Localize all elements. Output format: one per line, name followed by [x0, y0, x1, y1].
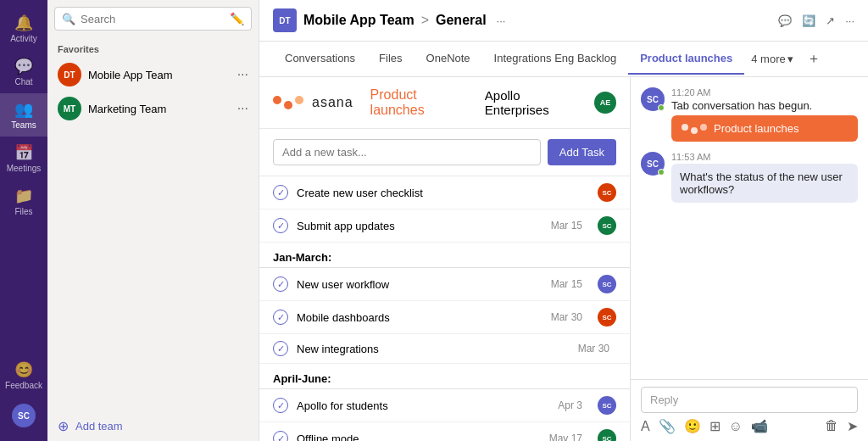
format-icon[interactable]: A [641, 419, 650, 434]
asana-panel: asana Product launches Apollo Enterprise… [259, 77, 631, 441]
team-more-icon[interactable]: ··· [237, 67, 248, 82]
sidebar-item-chat[interactable]: 💬 Chat [0, 50, 47, 93]
chat-bubble-2: 11:53 AM What's the status of the new us… [671, 152, 858, 203]
chat-panel: SC 11:20 AM Tab conversation has begun. [631, 77, 868, 441]
sidebar-item-label: Files [14, 207, 32, 216]
sidebar: 🔔 Activity 💬 Chat 👥 Teams 📅 Meetings 📁 F… [0, 0, 47, 441]
asana-dot-1 [273, 96, 281, 104]
add-task-input[interactable] [273, 139, 541, 165]
team-avatar-dt: DT [58, 63, 81, 87]
team-avatar-mt: MT [58, 97, 81, 120]
search-input[interactable] [81, 13, 225, 25]
sidebar-item-label: Teams [11, 120, 36, 130]
sidebar-item-activity[interactable]: 🔔 Activity [0, 7, 47, 50]
tab-conversations[interactable]: Conversations [273, 43, 367, 75]
sidebar-item-meetings[interactable]: 📅 Meetings [0, 137, 47, 180]
channel-avatar: DT [273, 8, 297, 32]
task-item-1[interactable]: ✓ Create new user checklist SC [259, 176, 630, 209]
header-separator: > [421, 13, 429, 28]
online-indicator-2 [658, 169, 665, 176]
task-check-2[interactable]: ✓ [273, 218, 288, 233]
add-task-button[interactable]: Add Task [548, 139, 616, 165]
task-item-3[interactable]: ✓ New user workflow Mar 15 SC [259, 268, 630, 301]
task-item-7[interactable]: ✓ Offline mode May 17 SC [259, 422, 630, 441]
user-avatar-sidebar[interactable]: SC [0, 397, 47, 434]
channel-more-icon[interactable]: ··· [497, 14, 506, 27]
video-icon[interactable]: 📹 [751, 418, 768, 434]
task-check-1[interactable]: ✓ [273, 185, 288, 200]
asana-dot-2 [284, 101, 292, 109]
asana-client: Apollo Enterprises AE [485, 88, 616, 117]
task-item-6[interactable]: ✓ Apollo for students Apr 3 SC [259, 389, 630, 422]
tab-onenote[interactable]: OneNote [415, 43, 482, 75]
asana-wordmark: asana [312, 95, 353, 110]
task-date-4: Mar 30 [551, 311, 582, 323]
task-check-4[interactable]: ✓ [273, 310, 288, 325]
task-avatar-4: SC [598, 308, 616, 327]
chat-messages: SC 11:20 AM Tab conversation has begun. [631, 77, 868, 379]
chat-message-2: SC 11:53 AM What's the status of the new… [641, 152, 858, 203]
main-content: DT Mobile App Team > General ··· 💬 🔄 ↗ ·… [259, 0, 868, 441]
chat-toolbar: A 📎 🙂 ⊞ ☺ 📹 🗑 ➤ [641, 418, 858, 434]
task-check-7[interactable]: ✓ [273, 431, 288, 441]
sidebar-item-files[interactable]: 📁 Files [0, 180, 47, 223]
asana-dots [273, 96, 303, 109]
task-label-2: Submit app updates [297, 220, 542, 232]
team-more-icon-mt[interactable]: ··· [237, 101, 248, 116]
tab-files[interactable]: Files [367, 43, 414, 75]
task-item-2[interactable]: ✓ Submit app updates Mar 15 SC [259, 209, 630, 243]
chat-toolbar-right: 🗑 ➤ [825, 418, 858, 434]
add-team-icon: ⊕ [58, 418, 69, 434]
task-label-3: New user workflow [297, 278, 542, 291]
delete-icon[interactable]: 🗑 [825, 418, 838, 434]
chat-reply-box: Reply A 📎 🙂 ⊞ ☺ 📹 🗑 ➤ [631, 379, 868, 441]
team-item-mobile[interactable]: DT Mobile App Team ··· [47, 58, 259, 92]
chat-icon: 💬 [14, 57, 33, 75]
tab-product-launches[interactable]: Product launches [628, 43, 744, 75]
task-label-5: New integrations [297, 343, 570, 355]
team-item-marketing[interactable]: MT Marketing Team ··· [47, 92, 259, 126]
sidebar-item-label: Chat [14, 77, 32, 87]
task-item-5[interactable]: ✓ New integrations Mar 30 [259, 334, 630, 364]
reply-input[interactable]: Reply [641, 387, 858, 413]
tab-integrations[interactable]: Integrations Eng Backlog [482, 43, 629, 75]
chat-time-2: 11:53 AM [671, 152, 858, 162]
task-item-4[interactable]: ✓ Mobile dashboards Mar 30 SC [259, 301, 630, 334]
chat-bubble-icon[interactable]: 💬 [778, 14, 792, 27]
chat-avatar-2: SC [641, 152, 665, 176]
gif-icon[interactable]: ⊞ [709, 418, 721, 434]
sticker-icon[interactable]: ☺ [729, 419, 743, 434]
online-indicator-1 [658, 104, 665, 111]
product-launch-card[interactable]: Product launches [671, 115, 858, 142]
chat-message-1: SC 11:20 AM Tab conversation has begun. [641, 87, 858, 142]
refresh-icon[interactable]: 🔄 [802, 14, 815, 27]
chat-avatar-1: SC [641, 87, 665, 111]
attach-icon[interactable]: 📎 [659, 418, 676, 434]
sidebar-item-feedback[interactable]: 😊 Feedback [0, 354, 47, 397]
task-avatar-2: SC [598, 216, 616, 235]
task-check-5[interactable]: ✓ [273, 341, 288, 356]
header-more-icon[interactable]: ··· [845, 14, 854, 27]
chat-message-bg-2: What's the status of the new user workfl… [671, 164, 858, 203]
task-check-3[interactable]: ✓ [273, 276, 288, 292]
sidebar-item-teams[interactable]: 👥 Teams [0, 93, 47, 137]
compose-icon[interactable]: ✏️ [230, 12, 244, 25]
section-jan-march: Jan-March: [259, 243, 630, 268]
asana-tab-label: Product launches [370, 87, 475, 118]
external-link-icon[interactable]: ↗ [826, 14, 835, 27]
tab-add-button[interactable]: ＋ [800, 42, 827, 76]
search-bar[interactable]: 🔍 ✏️ [54, 7, 252, 31]
tabs-bar: Conversations Files OneNote Integrations… [259, 42, 868, 77]
sidebar-item-label: Activity [10, 34, 37, 43]
send-icon[interactable]: ➤ [847, 418, 858, 434]
team-name-mobile: Mobile App Team [88, 69, 231, 81]
task-check-6[interactable]: ✓ [273, 398, 288, 413]
task-date-5: Mar 30 [578, 343, 609, 354]
emoji-icon[interactable]: 🙂 [684, 418, 701, 434]
card-dots [682, 124, 707, 134]
teams-icon: 👥 [14, 100, 33, 119]
card-label: Product launches [714, 122, 798, 135]
asana-logo: asana [273, 95, 353, 110]
tab-more[interactable]: 4 more ▾ [744, 44, 799, 74]
add-team-button[interactable]: ⊕ Add team [47, 411, 259, 441]
